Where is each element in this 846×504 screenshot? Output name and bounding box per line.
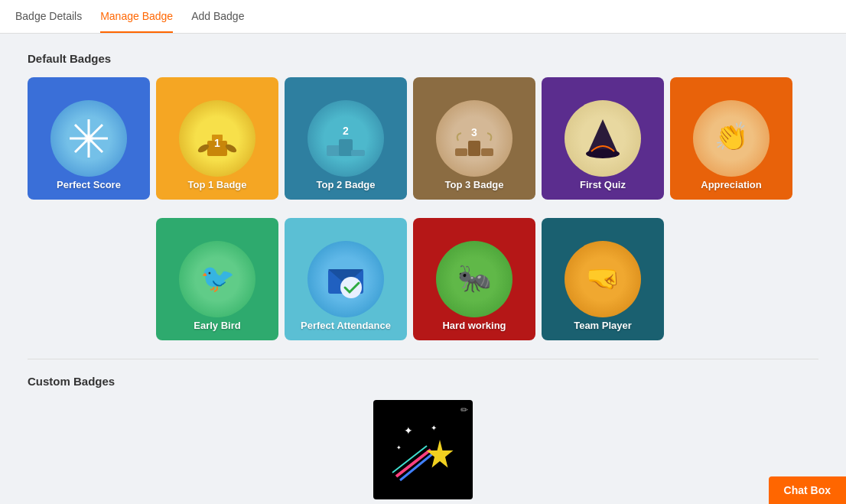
custom-badge-svg: ✦ ✦ ✦ [381, 408, 465, 492]
top3-svg: 3 [447, 112, 501, 165]
svg-line-31 [400, 454, 433, 480]
svg-point-19 [586, 149, 620, 158]
badge-perfect-score[interactable]: Perfect Score [28, 77, 150, 200]
svg-rect-10 [327, 145, 340, 156]
badge-first-quiz-circle [565, 100, 641, 177]
top1-svg: 1 [190, 112, 244, 165]
chat-box-button[interactable]: Chat Box [769, 476, 846, 504]
tab-badge-details[interactable]: Badge Details [15, 1, 82, 33]
svg-text:2: 2 [343, 125, 349, 137]
badge-perfect-attendance-circle [307, 241, 384, 317]
badge-early-bird-label: Early Bird [194, 320, 240, 331]
custom-badge-shooting-star[interactable]: ✏ ✦ ✦ ✦ [373, 400, 473, 499]
badge-top3[interactable]: 3 Top 3 Badge [413, 77, 535, 200]
section-divider [28, 359, 818, 359]
main-content: Default Badges Perfect Score [0, 34, 846, 504]
svg-marker-18 [587, 119, 618, 154]
badge-early-bird[interactable]: 🐦 Early Bird [156, 218, 278, 340]
badge-top3-circle: 3 [436, 100, 512, 177]
badge-team-player-label: Team Player [574, 320, 632, 331]
svg-marker-33 [427, 440, 454, 467]
first-quiz-svg [576, 112, 630, 165]
badge-appreciation-circle: 👏 [693, 100, 770, 177]
svg-text:🐜: 🐜 [457, 262, 492, 294]
svg-point-24 [340, 277, 362, 298]
perfect-score-svg [66, 115, 112, 161]
svg-rect-15 [481, 148, 493, 156]
badge-perfect-score-label: Perfect Score [57, 179, 121, 190]
svg-text:1: 1 [214, 137, 220, 149]
badge-top2[interactable]: 2 Top 2 Badge [285, 77, 407, 200]
badge-top3-label: Top 3 Badge [444, 179, 503, 190]
badge-first-quiz-label: First Quiz [580, 179, 626, 190]
top2-svg: 2 [319, 112, 373, 165]
svg-text:🤜: 🤜 [586, 262, 620, 294]
badge-team-player[interactable]: 🤜 Team Player [542, 218, 664, 340]
svg-rect-11 [339, 139, 353, 156]
svg-line-30 [396, 450, 431, 476]
badge-top2-circle: 2 [307, 100, 384, 177]
badge-perfect-score-circle [50, 100, 127, 177]
svg-text:✦: ✦ [404, 424, 413, 437]
default-badges-section: Default Badges Perfect Score [28, 52, 818, 340]
svg-text:✦: ✦ [396, 444, 402, 451]
badge-team-player-circle: 🤜 [565, 241, 641, 317]
badge-early-bird-circle: 🐦 [179, 241, 255, 317]
badge-hard-working[interactable]: 🐜 Hard working [413, 218, 535, 340]
svg-rect-12 [351, 150, 365, 156]
custom-badges-section: Custom Badges ✏ ✦ ✦ ✦ [28, 375, 818, 499]
appreciation-svg: 👏 [704, 112, 758, 165]
badge-top1-label: Top 1 Badge [187, 179, 246, 190]
badge-hard-working-circle: 🐜 [436, 241, 512, 317]
default-badge-grid: Perfect Score 1 [28, 77, 818, 200]
edit-icon[interactable]: ✏ [460, 405, 468, 415]
svg-text:🐦: 🐦 [200, 262, 235, 294]
badge-hard-working-label: Hard working [442, 320, 506, 331]
early-bird-svg: 🐦 [190, 252, 244, 306]
hard-working-svg: 🐜 [447, 252, 501, 306]
tab-add-badge[interactable]: Add Badge [191, 1, 244, 33]
badge-perfect-attendance-label: Perfect Attendance [301, 320, 391, 331]
nav-tabs: Badge Details Manage Badge Add Badge [0, 0, 846, 34]
svg-text:✦: ✦ [431, 424, 437, 432]
svg-text:3: 3 [471, 126, 477, 138]
badge-perfect-attendance[interactable]: Perfect Attendance [285, 218, 407, 340]
tab-manage-badge[interactable]: Manage Badge [100, 1, 173, 33]
badge-top1-circle: 1 [179, 100, 255, 177]
svg-rect-14 [455, 148, 467, 156]
badge-top1[interactable]: 1 Top 1 Badge [156, 77, 278, 200]
badge-appreciation[interactable]: 👏 Appreciation [670, 77, 792, 200]
svg-point-4 [84, 134, 93, 143]
custom-badges-title: Custom Badges [28, 375, 818, 388]
attendance-svg [319, 252, 373, 306]
team-player-svg: 🤜 [576, 252, 630, 306]
badge-first-quiz[interactable]: First Quiz [542, 77, 664, 200]
svg-rect-16 [468, 141, 480, 156]
default-badges-title: Default Badges [28, 52, 818, 65]
svg-text:👏: 👏 [714, 120, 749, 153]
badge-appreciation-label: Appreciation [701, 179, 761, 190]
default-badge-grid-row2: 🐦 Early Bird [28, 218, 818, 340]
custom-badge-grid: ✏ ✦ ✦ ✦ [28, 400, 818, 499]
badge-top2-label: Top 2 Badge [316, 179, 375, 190]
